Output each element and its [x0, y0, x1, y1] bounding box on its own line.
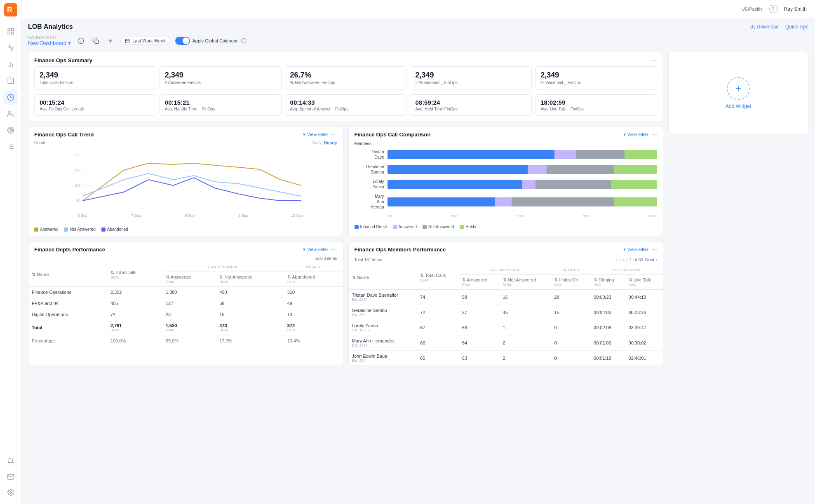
comparison-header: Finance Ops Call Comparison ▾ View Filte…	[349, 127, 663, 141]
stat-handle-time: 00:15:21 Avg. Handle Time _ FinOps	[160, 94, 282, 116]
th-not-answered[interactable]: ⇅ Not Answered SUM	[500, 275, 551, 290]
abandoned-color	[101, 227, 106, 232]
date-filter[interactable]: Last Work Week	[120, 37, 170, 45]
svg-rect-4	[8, 32, 10, 34]
add-button[interactable]	[106, 36, 115, 46]
svg-rect-5	[11, 32, 13, 34]
trend-header: Finance Ops Call Trend ▾ View Filter ···	[28, 127, 343, 141]
calendar-toggle[interactable]	[175, 37, 190, 45]
summary-title: Finance Ops Summary	[34, 57, 92, 63]
copy-button[interactable]	[91, 36, 101, 46]
summary-menu-button[interactable]: ···	[652, 56, 657, 64]
comparison-view-filter[interactable]: ▾ View Filter	[623, 132, 648, 137]
th-name[interactable]: ⇅ Name	[349, 265, 417, 290]
trend-legend: Answered Not Answered Abandoned	[28, 224, 343, 236]
depts-menu-button[interactable]: ···	[331, 246, 337, 253]
svg-point-23	[9, 492, 12, 494]
page-header: LOB Analytics Download Quick Tips	[28, 23, 808, 30]
tab-hourly[interactable]: Hourly	[324, 141, 337, 145]
trend-menu-button[interactable]: ···	[331, 131, 337, 138]
bar-label: MaryAnnHernan	[355, 194, 388, 210]
pagination: ‹ Prev 1 of 33 Next ›	[616, 257, 657, 262]
stat-call-length: 00:15:24 Avg. FinOps Call Length	[34, 94, 156, 116]
th-total-calls[interactable]: ⇅ Total Calls SUM	[107, 263, 162, 287]
svg-rect-31	[126, 39, 129, 43]
answered-color	[393, 225, 397, 229]
th-abandoned[interactable]: ⇅ Abandoned SUM	[284, 272, 343, 287]
sidebar-item-analytics[interactable]	[3, 57, 18, 72]
dashboard-controls: DASHBOARD New Dashboard ▾ Last Work Week	[28, 35, 808, 46]
breadcrumb-label: DASHBOARD	[28, 35, 71, 40]
sidebar-item-home[interactable]	[3, 24, 18, 39]
depts-view-filter[interactable]: ▾ View Filter	[303, 247, 328, 252]
stat-label: # Abandoned _ FinOps	[415, 80, 526, 85]
th-result: RESULT	[284, 263, 343, 272]
svg-point-13	[8, 111, 11, 113]
filter-icon: ▾	[303, 247, 305, 252]
svg-text:7 Sep: 7 Sep	[131, 213, 141, 218]
table-row: Finance Operations 2,302 1,380 400 310	[28, 287, 343, 298]
th-answered[interactable]: ⇅ Answered SUM	[459, 275, 500, 290]
svg-text:50: 50	[76, 199, 80, 203]
th-holds-on[interactable]: ⇅ Holds On SUM	[551, 275, 590, 290]
table-row: John Edwin BauaExt. 404 65 63 2 0 00:01:…	[349, 351, 663, 366]
quick-tips-button[interactable]: Quick Tips	[785, 24, 808, 30]
members-header: Finance Ops Members Performance ▾ View F…	[349, 241, 663, 256]
user-name[interactable]: Ray Smith	[784, 6, 807, 12]
th-name[interactable]: ⇅ Name	[28, 263, 107, 287]
line-chart-container: 200 150 100 50 6	[28, 147, 343, 224]
sort-icon: ⇅	[287, 274, 291, 279]
add-widget-card[interactable]: + Add Widget	[668, 52, 808, 134]
sidebar-item-targets[interactable]	[3, 123, 18, 138]
bar-label: TristanDave	[355, 149, 388, 160]
sidebar-item-dashboard[interactable]	[3, 40, 18, 55]
dashboard-name[interactable]: New Dashboard ▾	[28, 40, 71, 46]
calendar-icon	[125, 38, 130, 43]
th-not-answered[interactable]: ⇅ Not Answered SUM	[216, 272, 284, 287]
info-button[interactable]	[76, 36, 86, 46]
dashboard-breadcrumb: DASHBOARD New Dashboard ▾	[28, 35, 71, 46]
th-answered[interactable]: ⇅ Answered SUM	[162, 272, 216, 287]
sidebar-item-messages[interactable]	[3, 469, 18, 484]
legend-answered: Answered	[393, 225, 417, 229]
prev-button[interactable]: ‹ Prev	[616, 257, 628, 262]
calendar-info-icon[interactable]	[240, 38, 247, 44]
members-label: Members	[349, 141, 663, 146]
summary-card: Finance Ops Summary ··· 2,349 Total Call…	[28, 52, 663, 121]
add-widget-circle: +	[727, 77, 750, 100]
trend-view-filter[interactable]: ▾ View Filter	[303, 132, 328, 137]
stat-label: Avg. Speed of Answer _ FinOps	[290, 107, 402, 111]
seg-lavender	[554, 150, 576, 159]
sidebar-item-lob[interactable]	[3, 90, 18, 105]
help-button[interactable]: ?	[769, 5, 777, 13]
members-menu-button[interactable]: ···	[652, 246, 657, 253]
sidebar-item-users[interactable]	[3, 106, 18, 121]
app-logo[interactable]: R	[4, 3, 17, 16]
svg-rect-2	[8, 28, 10, 30]
seg-green	[614, 197, 657, 206]
th-live-talk[interactable]: ⇅ Live Talk AVG	[625, 275, 663, 290]
comparison-menu-button[interactable]: ···	[652, 131, 657, 138]
date-filter-label: Last Work Week	[132, 38, 165, 43]
table-row: FP&A and IR 405 127 58 49	[28, 298, 343, 309]
table-row: Tristan Dave BuenaflorExt. 2927 74 58 16…	[349, 290, 663, 305]
members-view-filter[interactable]: ▾ View Filter	[623, 247, 648, 252]
th-total-calls[interactable]: ⇅ Total Calls SUM	[417, 265, 459, 290]
total-row: Total 2,781SUM 1,530SUM 473SUM 372SUM	[28, 320, 343, 335]
sort-icon: ⇅	[110, 270, 114, 275]
sidebar-item-settings[interactable]	[3, 485, 18, 500]
legend-holds: Holds	[460, 225, 476, 229]
pagination-current: 1 of 33	[629, 257, 644, 262]
seg-blue	[388, 165, 528, 174]
tab-daily[interactable]: Daily	[312, 141, 322, 145]
sidebar-item-reports[interactable]	[3, 73, 18, 88]
stat-value: 00:15:24	[40, 99, 151, 106]
sidebar-item-lists[interactable]	[3, 139, 18, 154]
sidebar-item-notifications[interactable]	[3, 454, 18, 469]
answered-color	[34, 227, 38, 232]
download-button[interactable]: Download	[749, 24, 779, 30]
th-ringing[interactable]: ⇅ Ringing AVG	[590, 275, 625, 290]
seg-blue	[388, 197, 496, 206]
stat-hold-time: 08:59:24 Avg. Hold Time FinOps	[410, 94, 532, 116]
next-button[interactable]: Next ›	[645, 257, 657, 262]
